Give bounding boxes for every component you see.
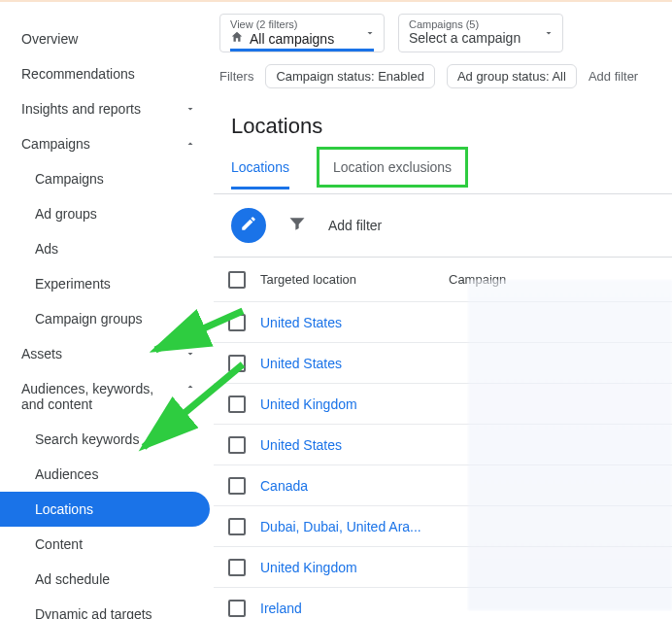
filter-chip-adgroup-status[interactable]: Ad group status: All bbox=[447, 64, 577, 88]
pencil-icon bbox=[240, 215, 257, 236]
view-hint: View (2 filters) bbox=[230, 18, 374, 30]
nav-label: Recommendations bbox=[21, 66, 135, 82]
main-content: View (2 filters) All campaigns Campaigns… bbox=[214, 0, 672, 619]
nav-assets[interactable]: Assets bbox=[0, 336, 214, 371]
select-all-checkbox[interactable] bbox=[228, 271, 246, 289]
filter-icon[interactable] bbox=[287, 214, 307, 237]
nav-label: Assets bbox=[21, 346, 62, 361]
view-dropdown[interactable]: View (2 filters) All campaigns bbox=[219, 14, 385, 52]
home-icon bbox=[230, 30, 244, 47]
nav-label: Experiments bbox=[35, 276, 111, 292]
row-checkbox[interactable] bbox=[228, 600, 246, 617]
nav-campaigns-groups[interactable]: Campaign groups bbox=[0, 301, 214, 336]
nav-label: Overview bbox=[21, 31, 78, 47]
chevron-up-icon bbox=[185, 381, 196, 393]
campaign-hint: Campaigns (5) bbox=[409, 18, 553, 30]
location-link[interactable]: United States bbox=[260, 356, 439, 371]
edit-fab-button[interactable] bbox=[231, 208, 266, 243]
nav-akc-audiences[interactable]: Audiences bbox=[0, 457, 214, 492]
row-checkbox[interactable] bbox=[228, 477, 246, 495]
nav-label: Ad groups bbox=[35, 206, 97, 222]
location-link[interactable]: United Kingdom bbox=[260, 396, 439, 412]
nav-akc-locations[interactable]: Locations bbox=[0, 492, 210, 527]
nav-label: Dynamic ad targets bbox=[35, 606, 152, 619]
nav-label: Ads bbox=[35, 241, 58, 257]
tab-location-exclusions[interactable]: Location exclusions bbox=[317, 147, 468, 188]
caret-down-icon bbox=[364, 27, 376, 39]
nav-overview[interactable]: Overview bbox=[0, 21, 214, 56]
nav-recommendations[interactable]: Recommendations bbox=[0, 56, 214, 91]
chevron-down-icon bbox=[185, 103, 196, 115]
filter-chip-campaign-status[interactable]: Campaign status: Enabled bbox=[265, 64, 434, 88]
nav-campaigns[interactable]: Campaigns bbox=[0, 126, 214, 161]
campaign-value: Select a campaign bbox=[409, 30, 521, 46]
tab-locations[interactable]: Locations bbox=[231, 159, 289, 189]
location-link[interactable]: United States bbox=[260, 437, 439, 453]
chevron-up-icon bbox=[185, 138, 196, 150]
nav-campaigns-experiments[interactable]: Experiments bbox=[0, 266, 214, 301]
add-filter-link[interactable]: Add filter bbox=[588, 69, 638, 84]
nav-campaigns-adgroups[interactable]: Ad groups bbox=[0, 196, 214, 231]
row-checkbox[interactable] bbox=[228, 436, 246, 454]
nav-campaigns-campaigns[interactable]: Campaigns bbox=[0, 161, 214, 196]
location-link[interactable]: Ireland bbox=[260, 601, 439, 616]
nav-akc[interactable]: Audiences, keywords, and content bbox=[0, 371, 214, 422]
nav-label: Campaigns bbox=[21, 136, 90, 152]
nav-akc-search-keywords[interactable]: Search keywords bbox=[0, 422, 214, 457]
nav-label: Campaign groups bbox=[35, 311, 143, 327]
nav-label: Locations bbox=[35, 501, 93, 517]
col-targeted-location[interactable]: Targeted location bbox=[260, 272, 439, 287]
nav-label: Audiences bbox=[35, 466, 98, 482]
nav-campaigns-ads[interactable]: Ads bbox=[0, 231, 214, 266]
row-checkbox[interactable] bbox=[228, 395, 246, 413]
nav-akc-adschedule[interactable]: Ad schedule bbox=[0, 562, 214, 597]
row-checkbox[interactable] bbox=[228, 559, 246, 576]
caret-down-icon bbox=[543, 27, 554, 39]
nav-label: Insights and reports bbox=[21, 101, 141, 117]
nav-akc-content[interactable]: Content bbox=[0, 527, 214, 562]
row-checkbox[interactable] bbox=[228, 518, 246, 535]
page-title: Locations bbox=[214, 88, 672, 155]
location-link[interactable]: Canada bbox=[260, 478, 439, 494]
add-filter-button[interactable]: Add filter bbox=[328, 218, 382, 233]
blurred-region bbox=[468, 280, 672, 610]
filters-label: Filters bbox=[219, 69, 253, 84]
nav-label: Campaigns bbox=[35, 171, 104, 187]
row-checkbox[interactable] bbox=[228, 355, 246, 372]
campaign-dropdown[interactable]: Campaigns (5) Select a campaign bbox=[398, 14, 563, 52]
location-link[interactable]: United States bbox=[260, 315, 439, 330]
nav-insights[interactable]: Insights and reports bbox=[0, 91, 214, 126]
location-link[interactable]: Dubai, Dubai, United Ara... bbox=[260, 519, 439, 534]
nav-akc-dynamic[interactable]: Dynamic ad targets bbox=[0, 597, 214, 619]
nav-label: Audiences, keywords, and content bbox=[21, 381, 167, 412]
nav-label: Content bbox=[35, 536, 83, 552]
location-link[interactable]: United Kingdom bbox=[260, 560, 439, 575]
row-checkbox[interactable] bbox=[228, 314, 246, 331]
nav-label: Search keywords bbox=[35, 431, 139, 447]
view-value: All campaigns bbox=[250, 31, 334, 47]
sidebar: Overview Recommendations Insights and re… bbox=[0, 0, 214, 619]
chevron-down-icon bbox=[185, 348, 196, 360]
nav-label: Ad schedule bbox=[35, 571, 110, 587]
